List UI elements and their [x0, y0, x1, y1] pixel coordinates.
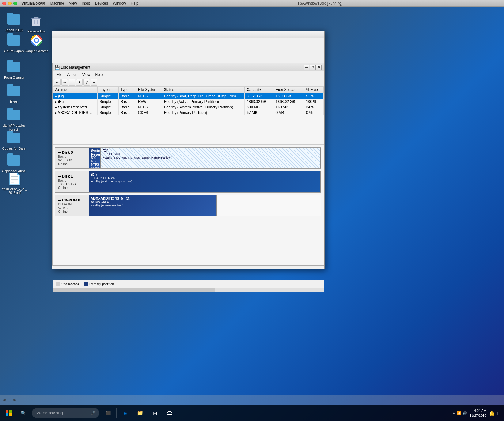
- desktop-icon-copiesdani[interactable]: Copies for Dani: [2, 131, 26, 151]
- diskmgmt-maximize-button[interactable]: □: [310, 65, 316, 70]
- windows-taskbar: 🔍 Ask me anything 🎤 ⬛ e 📁 ⊞ 🖼 ▲ 📶 🔊 4:24…: [0, 405, 504, 421]
- svg-rect-12: [6, 413, 8, 416]
- table-cell: 500 MB: [245, 104, 274, 110]
- toolbar-help2[interactable]: ?: [83, 79, 90, 86]
- table-row[interactable]: ▶System ReservedSimpleBasicNTFSHealthy (…: [53, 104, 324, 110]
- menu-window[interactable]: Window: [113, 1, 126, 6]
- table-cell: Basic: [119, 99, 136, 104]
- mac-menubar: VirtualBoxVM Machine View Input Devices …: [21, 1, 138, 6]
- disk-graphical-view: ➡ Disk 0 Basic 32.00 GB Online System Re…: [53, 145, 324, 280]
- disk-management-scrollbar[interactable]: [53, 288, 324, 292]
- file-explorer-button[interactable]: 📁: [133, 406, 147, 420]
- disk-1-type: Basic: [58, 179, 86, 182]
- col-status[interactable]: Status: [162, 87, 245, 93]
- toolbar-back[interactable]: ←: [54, 79, 61, 86]
- disk-1-name: ➡ Disk 1: [58, 174, 86, 179]
- desktop-icon-fromosamu[interactable]: From Osamu: [2, 60, 26, 80]
- table-cell: Healthy (System, Active, Primary Partiti…: [162, 104, 245, 110]
- table-cell: 1863.02 GB: [245, 99, 274, 104]
- show-desktop-button[interactable]: |: [497, 412, 500, 415]
- menu-file[interactable]: File: [54, 72, 65, 77]
- menu-action[interactable]: Action: [65, 72, 80, 77]
- system-clock: 4:24 AM 11/27/2016: [469, 408, 486, 418]
- col-layout[interactable]: Layout: [98, 87, 119, 93]
- mac-status-text: ⌘ Left ⌘: [0, 398, 19, 402]
- disk-0-partition-0-size: 500 MB NTFS: [91, 156, 98, 166]
- diskmgmt-close-button[interactable]: ✕: [316, 65, 322, 70]
- toolbar-properties[interactable]: ℹ: [76, 79, 83, 86]
- col-filesystem[interactable]: File System: [136, 87, 162, 93]
- legend-unallocated-box: [56, 282, 60, 286]
- table-cell: ▶(E:): [53, 99, 98, 104]
- desktop-icon-google-chrome[interactable]: Google Chrome: [23, 33, 50, 53]
- start-button[interactable]: [2, 406, 15, 420]
- windows-store-button[interactable]: ⊞: [148, 406, 161, 420]
- disk-1-partition-0-desc: Healthy (Active, Primary Partition): [91, 180, 318, 183]
- desktop-icon-yourhouse[interactable]: 📄 YourHouse_7_21_2016.pdf: [2, 171, 28, 195]
- svg-rect-11: [9, 410, 12, 413]
- table-row[interactable]: ▶VBOXADDITIONS_...SimpleBasicCDFSHealthy…: [53, 110, 324, 115]
- task-view-button[interactable]: ⬛: [101, 406, 115, 420]
- menu-view[interactable]: View: [80, 72, 93, 77]
- cdrom-0-partition-0-size: 57 MB CDFS: [91, 200, 214, 204]
- disk-0-c-drive[interactable]: (C:) 31.51 GB NTFS Healthy (Boot, Page F…: [101, 148, 321, 168]
- chrome-icon: [29, 33, 44, 48]
- menu-help[interactable]: Help: [131, 1, 138, 6]
- disk-row-cdrom0: ➡ CD-ROM 0 CD-ROM 57 MB Online VBOXADDIT…: [55, 195, 321, 216]
- col-type[interactable]: Type: [119, 87, 136, 93]
- mac-maximize-button[interactable]: [13, 2, 17, 5]
- desktop-icon-goprojapan[interactable]: GoPro Japan: [2, 33, 26, 53]
- virtualbox-taskbar-button[interactable]: 🖼: [163, 406, 176, 420]
- table-cell: 100 %: [304, 99, 324, 104]
- table-row[interactable]: ▶(E:)SimpleBasicRAWHealthy (Active, Prim…: [53, 99, 324, 104]
- disk-0-size: 32.00 GB: [58, 158, 86, 162]
- notification-center-button[interactable]: 🔔: [489, 410, 495, 416]
- menu-virtualboxvm[interactable]: VirtualBoxVM: [21, 1, 45, 6]
- desktop-icon-copiesjune[interactable]: Copies for June: [2, 153, 26, 173]
- toolbar-view[interactable]: ≡: [91, 79, 97, 86]
- menu-machine[interactable]: Machine: [50, 1, 64, 6]
- disk-0-partitions: System Reserved 500 MB NTFS Healthy (Sys…: [89, 148, 321, 168]
- taskbar-system-icons: ▲ 📶 🔊: [452, 411, 467, 415]
- toolbar-up[interactable]: ↑: [69, 79, 75, 86]
- diskmgmt-minimize-button[interactable]: —: [304, 65, 309, 70]
- col-volume[interactable]: Volume: [53, 87, 98, 93]
- menu-devices[interactable]: Devices: [95, 1, 108, 6]
- search-bar[interactable]: Ask me anything 🎤: [32, 408, 99, 418]
- menu-help[interactable]: Help: [93, 72, 105, 77]
- desktop-icon-japan2016[interactable]: Japan 2016: [2, 12, 26, 32]
- clock-time: 4:24 AM: [469, 408, 486, 413]
- search-button[interactable]: 🔍: [17, 406, 30, 420]
- edge-button[interactable]: e: [119, 406, 132, 420]
- mac-minimize-button[interactable]: [8, 2, 12, 5]
- col-pctfree[interactable]: % Free: [304, 87, 324, 93]
- desktop-icon-recycle-bin[interactable]: Recycle Bin: [24, 13, 48, 33]
- cdrom-0-vbox[interactable]: VBOXADDITIONS_5_ (D:) 57 MB CDFS Healthy…: [89, 195, 217, 216]
- disk-0-partition-1-desc: Healthy (Boot, Page File, Crash Dump, Pr…: [103, 156, 318, 159]
- mac-close-button[interactable]: [2, 2, 6, 5]
- table-cell: 31.51 GB: [245, 93, 274, 99]
- col-capacity[interactable]: Capacity: [245, 87, 274, 93]
- legend-primary-partition: Primary partition: [84, 282, 114, 286]
- menu-view[interactable]: View: [69, 1, 77, 6]
- eyes-label: Eyes: [10, 100, 17, 103]
- disk-0-system-reserved[interactable]: System Reserved 500 MB NTFS Healthy (Sys…: [89, 148, 101, 168]
- desktop-icon-dtp[interactable]: dtp WIP tracks for ref: [2, 108, 26, 132]
- fromosamu-label: From Osamu: [4, 76, 24, 80]
- disk-0-partition-0-name: System Reserved: [91, 149, 98, 156]
- disk-1-e-drive[interactable]: (E:) 1863.02 GB RAW Healthy (Active, Pri…: [89, 171, 321, 192]
- vm-titlebar: [52, 31, 324, 38]
- table-cell: 169 MB: [274, 104, 304, 110]
- table-row[interactable]: ▶(C:)SimpleBasicNTFSHealthy (Boot, Page …: [53, 93, 324, 99]
- toolbar-forward[interactable]: →: [61, 79, 68, 86]
- disk-management-title: Disk Management: [61, 65, 303, 70]
- folder-icon-copiesjune: [6, 153, 21, 168]
- table-cell: Healthy (Active, Primary Partition): [162, 99, 245, 104]
- table-cell: Simple: [98, 110, 119, 115]
- goprojapan-label: GoPro Japan: [4, 49, 24, 53]
- col-freespace[interactable]: Free Space: [274, 87, 304, 93]
- menu-input[interactable]: Input: [82, 1, 90, 6]
- desktop-icon-eyes[interactable]: Eyes: [2, 84, 26, 103]
- folder-icon-dtp: [6, 108, 21, 122]
- folder-icon-copiesdani: [6, 131, 21, 145]
